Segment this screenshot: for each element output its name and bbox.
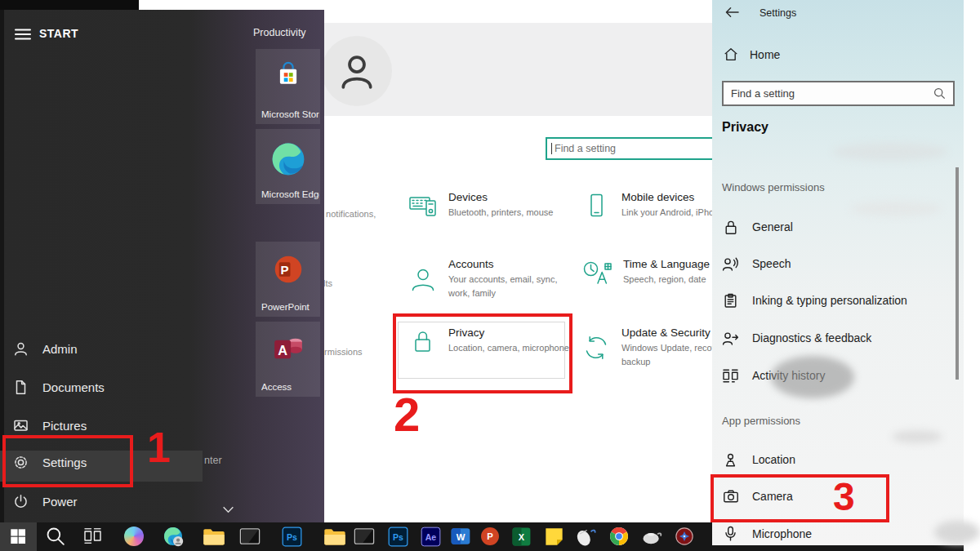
mobile-devices-icon — [581, 191, 611, 220]
avatar — [322, 36, 392, 106]
inking-icon — [722, 293, 739, 309]
power-icon — [13, 494, 29, 509]
user-icon — [13, 341, 29, 357]
panel-item-inking-typing-personalization[interactable]: Inking & typing personalization — [722, 287, 949, 313]
tile-description: Link your Android, iPhone — [621, 206, 724, 220]
privacy-settings-panel: Settings Home Find a setting Privacy Win… — [712, 0, 964, 545]
microphone-icon — [722, 526, 739, 542]
settings-tile-privacy[interactable]: PrivacyLocation, camera, microphone — [408, 327, 584, 355]
panel-item-microphone[interactable]: Microphone — [722, 521, 949, 547]
tile-title: Devices — [448, 191, 553, 203]
panel-item-label: Inking & typing personalization — [752, 294, 907, 307]
rail-item-label: Pictures — [42, 419, 87, 433]
start-rail-item-documents[interactable]: Documents — [13, 375, 225, 399]
taskbar-after-effects-icon[interactable]: Ae — [418, 525, 443, 548]
taskbar-powerpoint-app-icon[interactable]: P — [478, 525, 502, 548]
tile-description: Your accounts, email, sync, work, family — [448, 273, 571, 300]
svg-text:Ps: Ps — [393, 531, 403, 541]
taskbar-chrome-icon[interactable] — [607, 525, 631, 548]
screen: { "colors": { "accent_red": "#e81c1c", "… — [0, 0, 980, 551]
taskbar-photoshop-icon[interactable]: Ps — [279, 525, 304, 548]
scrollbar[interactable] — [956, 167, 959, 380]
start-rail-item-settings[interactable]: Settings — [13, 450, 225, 474]
tile-group-label: Productivity — [253, 27, 306, 38]
back-arrow-icon[interactable] — [725, 7, 739, 18]
occluded-text-fragment: , notifications, — [321, 209, 376, 219]
panel-search-input[interactable]: Find a setting — [722, 81, 955, 106]
tile-description: Bluetooth, printers, mouse — [448, 206, 553, 220]
accounts-icon — [408, 258, 438, 300]
taskbar-copilot-icon[interactable] — [122, 525, 146, 548]
taskbar-lamp-app-icon[interactable] — [639, 525, 664, 548]
taskbar-word-icon[interactable]: W — [448, 525, 473, 548]
start-menu: START Productivity Microsoft StoreMicros… — [0, 0, 320, 522]
blur-smudge — [892, 430, 942, 443]
panel-item-diagnostics-feedback[interactable]: Diagnostics & feedback — [722, 325, 949, 351]
settings-search-input[interactable]: Find a setting — [546, 137, 726, 160]
panel-item-label: Diagnostics & feedback — [752, 331, 871, 344]
tile-title: Privacy — [448, 327, 569, 339]
start-tile-access[interactable]: AAccess — [256, 322, 320, 397]
panel-item-location[interactable]: Location — [722, 447, 949, 473]
microsoft-edge-icon — [270, 140, 307, 178]
hamburger-menu-button[interactable] — [13, 24, 33, 44]
powerpoint-icon: P — [272, 253, 305, 286]
settings-tile-devices[interactable]: DevicesBluetooth, printers, mouse — [408, 191, 584, 220]
start-rail-item-admin[interactable]: Admin — [13, 336, 225, 361]
section-label: App permissions — [722, 415, 800, 427]
taskbar-task-view-icon[interactable] — [81, 525, 105, 548]
taskbar-start-icon[interactable] — [6, 525, 30, 548]
taskbar-terminal-icon[interactable] — [238, 525, 262, 548]
access-icon: A — [272, 333, 305, 366]
taskbar-mouse-app-icon[interactable] — [573, 525, 598, 548]
gear-icon — [13, 455, 29, 470]
search-placeholder: Find a setting — [731, 87, 933, 100]
panel-item-general[interactable]: General — [722, 214, 949, 240]
panel-item-speech[interactable]: Speech — [722, 251, 949, 277]
chevron-down-icon[interactable] — [222, 506, 234, 513]
privacy-lock-icon — [408, 327, 438, 355]
panel-item-label: Speech — [752, 257, 791, 270]
taskbar-photoshop-icon[interactable]: Ps — [385, 525, 410, 548]
lock-icon — [722, 220, 739, 235]
user-icon — [336, 51, 377, 91]
search-icon[interactable] — [933, 87, 946, 100]
tile-label: Access — [261, 382, 319, 392]
location-icon — [722, 452, 739, 468]
taskbar-sticky-notes-icon[interactable] — [541, 525, 566, 548]
blur-smudge — [833, 143, 947, 161]
blur-smudge — [771, 356, 854, 398]
tile-title: Time & Language — [623, 258, 710, 270]
taskbar-file-explorer-icon[interactable] — [323, 525, 347, 548]
blur-smudge — [851, 202, 941, 216]
sidebar-item-home[interactable]: Home — [724, 47, 780, 61]
panel-item-camera[interactable]: Camera — [722, 483, 949, 509]
start-rail-item-pictures[interactable]: Pictures — [13, 413, 225, 438]
page-title: Privacy — [722, 120, 768, 135]
settings-tile-accounts[interactable]: AccountsYour accounts, email, sync, work… — [408, 258, 584, 300]
start-rail-item-power[interactable]: Power — [13, 489, 225, 513]
home-label: Home — [750, 48, 780, 61]
tile-label: Microsoft Store — [261, 109, 319, 119]
start-tile-powerpoint[interactable]: PPowerPoint — [256, 242, 320, 317]
taskbar-edge-icon[interactable] — [161, 525, 185, 548]
diagnostics-icon — [722, 331, 739, 346]
start-tile-microsoft-store[interactable]: Microsoft Store — [256, 49, 320, 124]
search-placeholder: Find a setting — [555, 143, 616, 154]
taskbar-excel-icon[interactable]: X — [509, 525, 533, 548]
taskbar-search-icon[interactable] — [43, 525, 68, 548]
svg-text:Ps: Ps — [287, 531, 297, 541]
rail-item-label: Documents — [42, 380, 105, 394]
rail-item-label: Settings — [42, 455, 87, 469]
section-label: Windows permissions — [722, 181, 825, 193]
start-tile-microsoft-edge[interactable]: Microsoft Edge — [256, 129, 320, 204]
start-menu-title: START — [39, 27, 78, 40]
panel-item-label: Location — [752, 453, 795, 466]
taskbar-file-explorer-icon[interactable] — [202, 525, 226, 548]
microsoft-store-icon — [274, 60, 303, 90]
devices-icon — [408, 191, 438, 220]
taskbar-terminal-icon[interactable] — [352, 525, 376, 548]
tile-title: Accounts — [448, 258, 571, 270]
tile-description: Location, camera, microphone — [448, 341, 569, 355]
taskbar-red-compass-app-icon[interactable] — [672, 525, 697, 548]
